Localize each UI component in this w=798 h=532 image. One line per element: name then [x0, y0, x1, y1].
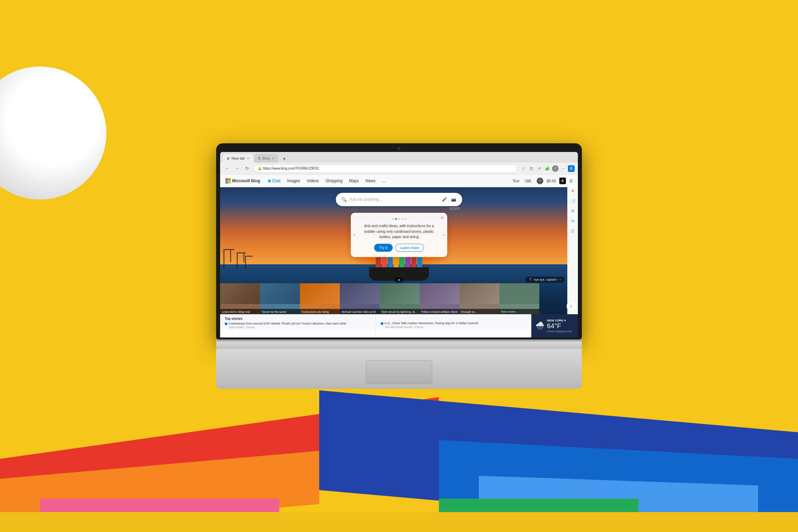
- top-stories-2: U.S., China Talks Gather Momentum, Pavin…: [376, 314, 532, 338]
- nav-more-label: ...: [382, 178, 385, 183]
- laptop-hinge: [216, 340, 582, 341]
- svg-rect-3: [237, 252, 238, 269]
- search-counter: 0/2000: [336, 206, 462, 211]
- nav-images[interactable]: Images: [284, 177, 303, 185]
- tab-new[interactable]: ⊞ New tab ✕: [223, 154, 253, 163]
- star-icon[interactable]: ☆: [520, 165, 527, 172]
- hero-image: Microsoft Bing Chat Images Videos: [220, 174, 578, 338]
- news-item-7[interactable]: Enough ev...: [459, 283, 499, 315]
- menu-icon[interactable]: ···: [560, 165, 567, 172]
- toolbar-icons: ☆ ⊡ ↗ 🧩 T ··· B: [520, 165, 574, 172]
- nav-chat[interactable]: Chat: [265, 177, 283, 185]
- popup-next-button[interactable]: ›: [443, 232, 444, 238]
- location-text: Aye aye, captain!: [534, 278, 557, 281]
- news-item-5[interactable]: Teen struck by lightning, di...: [380, 283, 420, 315]
- camera-icon[interactable]: 📷: [450, 196, 457, 203]
- sidebar-btn-3[interactable]: O: [569, 207, 576, 214]
- story-text-1: 6 takeaways from second GOP debate: Riva…: [229, 322, 346, 326]
- sidebar-btn-4[interactable]: 📧: [569, 217, 576, 225]
- weather-desc: 4 Rain stopping soon: [547, 330, 572, 333]
- microphone-icon[interactable]: 🎤: [441, 196, 448, 203]
- nav-maps-label: Maps: [349, 178, 359, 183]
- news-item-8[interactable]: More stories...: [499, 283, 539, 315]
- news-item-6[interactable]: Police conduct welfare check: [420, 283, 459, 315]
- svg-rect-1: [225, 249, 234, 250]
- suggestion-popup: ✕ ‹ › Arts and crafts ideas, with instru…: [351, 213, 447, 257]
- top-stories-label: Top stories: [225, 317, 371, 321]
- sidebar-btn-5[interactable]: 🛒: [569, 227, 576, 234]
- story-dot-2: [381, 322, 383, 325]
- story-source-2: The Wall Street Journal · 5 hours: [385, 325, 478, 328]
- background-papers: [0, 416, 798, 532]
- svg-rect-5: [243, 252, 244, 262]
- settings-icon[interactable]: ☰: [569, 179, 573, 183]
- nav-more[interactable]: ...: [379, 177, 388, 185]
- story-source-1: USA TODAY · 3 hours: [229, 326, 346, 329]
- learn-more-button[interactable]: Learn more: [395, 244, 424, 252]
- top-stories: Top stories 6 takeaways from second GOP …: [220, 314, 376, 338]
- location-nav-next[interactable]: ›: [560, 278, 561, 281]
- touchpad[interactable]: [366, 360, 432, 384]
- nav-shopping[interactable]: Shopping: [323, 177, 345, 185]
- nav-maps[interactable]: Maps: [346, 177, 361, 185]
- tab-close-new[interactable]: ✕: [247, 157, 249, 160]
- news-item-4[interactable]: Michael Gambon dies at 82: [340, 283, 380, 315]
- bing-icon-btn[interactable]: B: [559, 177, 566, 184]
- sidebar-btn-2[interactable]: 📑: [569, 197, 576, 205]
- bing-sidebar-icon[interactable]: B: [568, 165, 574, 172]
- new-tab-button[interactable]: +: [280, 155, 288, 163]
- popup-close-button[interactable]: ✕: [440, 215, 444, 220]
- chat-dot: [268, 179, 271, 182]
- sidebar-btn-1[interactable]: ♥: [569, 187, 576, 194]
- user-avatar[interactable]: T: [537, 177, 543, 184]
- bing-nav: Chat Images Videos Shopping: [265, 177, 388, 185]
- refresh-button[interactable]: ↻: [243, 165, 251, 172]
- address-bar[interactable]: 🔒 https://www.bing.com/?FORM=Z9FD1: [253, 164, 517, 173]
- weather-info: NEW YORK ▾ 64°F 4 Rain stopping soon: [547, 319, 572, 333]
- browser-toolbar: ← → ↻ 🔒 https://www.bing.com/?FORM=Z9FD1…: [220, 163, 578, 174]
- forward-button[interactable]: →: [233, 165, 241, 172]
- share-icon[interactable]: ↗: [536, 165, 543, 172]
- popup-dots: [358, 218, 440, 220]
- extensions-icon[interactable]: 🧩: [544, 165, 551, 172]
- news-item-3[interactable]: Food prices are rising: [300, 283, 340, 315]
- user-points: 106: [525, 179, 531, 183]
- collapse-button[interactable]: ▼: [394, 277, 404, 283]
- popup-prev-button[interactable]: ‹: [354, 232, 355, 238]
- nav-news[interactable]: News: [363, 177, 378, 185]
- news-item-2[interactable]: 'Never be the same': [260, 283, 300, 315]
- nav-chat-label: Chat: [272, 178, 280, 183]
- nav-videos-label: Videos: [307, 178, 319, 183]
- weather-icon: 🌧️: [535, 322, 544, 330]
- bing-header: Microsoft Bing Chat Images Videos: [220, 174, 578, 187]
- weather-temp: 64°F: [547, 322, 572, 330]
- profile-icon[interactable]: T: [552, 165, 558, 172]
- nav-news-label: News: [365, 178, 375, 183]
- browser-tabs: ⊞ New tab ✕ B Bing ✕ +: [220, 152, 578, 163]
- news-item-1[interactable]: Loses bid to delay trial: [220, 283, 260, 315]
- laptop-base: [216, 340, 582, 349]
- location-nav-prev[interactable]: ‹: [558, 278, 559, 281]
- tab-bing[interactable]: B Bing ✕: [254, 154, 278, 163]
- svg-rect-2: [230, 249, 231, 262]
- search-input[interactable]: Ask me anything...: [349, 197, 438, 202]
- ship-containers: [376, 256, 422, 268]
- search-box[interactable]: 🔍 Ask me anything... 🎤 📷: [336, 193, 462, 206]
- laptop-lid: ⊞ New tab ✕ B Bing ✕ + ← → ↻ 🔒 https://: [216, 143, 582, 340]
- nav-shopping-label: Shopping: [325, 178, 342, 183]
- back-button[interactable]: ←: [224, 165, 231, 172]
- search-container: 🔍 Ask me anything... 🎤 📷 0/2000: [336, 193, 462, 211]
- news-next-arrow[interactable]: ›: [567, 302, 576, 311]
- news-strip: Loses bid to delay trial 'Never be the s…: [220, 283, 578, 315]
- user-balance: $0.00: [547, 179, 556, 183]
- try-it-button[interactable]: Try it: [374, 244, 393, 252]
- svg-rect-0: [224, 249, 225, 269]
- story-dot-1: [225, 323, 227, 325]
- nav-videos[interactable]: Videos: [304, 177, 322, 185]
- story-item-1[interactable]: 6 takeaways from second GOP debate: Riva…: [225, 322, 371, 329]
- tab-close-bing[interactable]: ✕: [272, 157, 274, 160]
- weather-location-text: NEW YORK: [547, 319, 563, 322]
- story-item-2[interactable]: U.S., China Talks Gather Momentum, Pavin…: [381, 322, 527, 328]
- collections-icon[interactable]: ⊡: [528, 165, 535, 172]
- popup-dot-1: [392, 218, 394, 220]
